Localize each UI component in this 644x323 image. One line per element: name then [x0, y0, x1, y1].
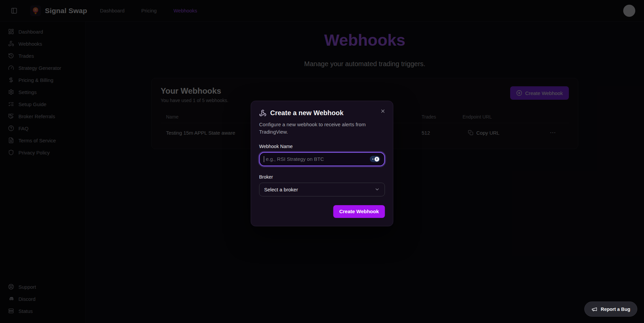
- webhook-name-field-wrap: ›: [259, 152, 385, 166]
- chevron-down-icon: [375, 187, 380, 192]
- webhook-name-label: Webhook Name: [259, 144, 385, 149]
- text-caret: [264, 156, 264, 162]
- modal-close-button[interactable]: [378, 106, 388, 116]
- close-icon: [380, 108, 386, 114]
- create-webhook-modal: Create a new Webhook Configure a new web…: [251, 101, 393, 226]
- webhook-icon: [259, 109, 267, 117]
- modal-title: Create a new Webhook: [270, 109, 344, 117]
- megaphone-icon: [591, 306, 597, 312]
- report-bug-button[interactable]: Report a Bug: [584, 302, 637, 317]
- modal-description: Configure a new webhook to receive alert…: [259, 121, 373, 136]
- broker-select[interactable]: Select a broker: [259, 183, 385, 196]
- report-bug-label: Report a Bug: [601, 307, 630, 312]
- broker-select-value: Select a broker: [264, 187, 298, 192]
- modal-create-webhook-button[interactable]: Create Webhook: [333, 205, 385, 218]
- webhook-name-input[interactable]: [265, 156, 370, 162]
- password-manager-icon[interactable]: ›: [370, 156, 380, 162]
- broker-label: Broker: [259, 174, 385, 180]
